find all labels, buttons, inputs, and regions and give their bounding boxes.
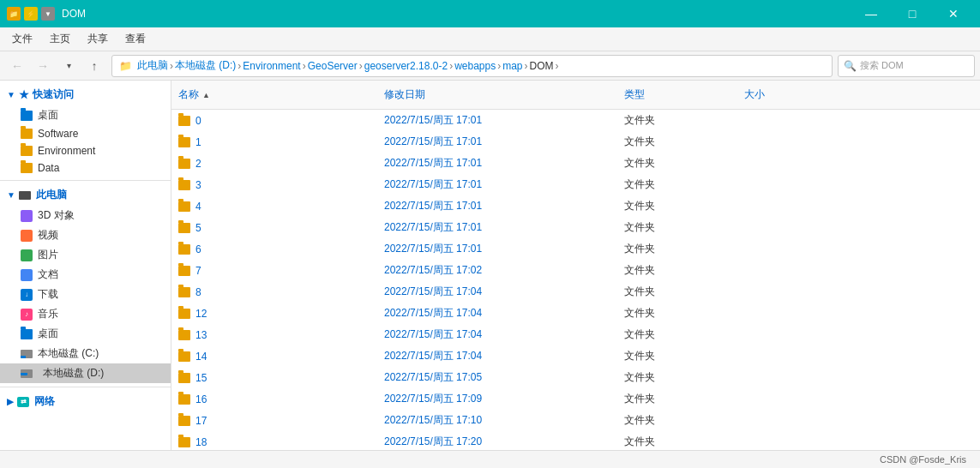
file-type-cell: 文件夹	[617, 133, 737, 151]
folder-icon	[178, 180, 190, 190]
table-row[interactable]: 152022/7/15/周五 17:05文件夹	[171, 367, 980, 388]
breadcrumb-pc[interactable]: 此电脑	[137, 58, 168, 73]
breadcrumb-dom: DOM	[530, 60, 554, 72]
column-headers: 名称 ▲ 修改日期 类型 大小	[171, 81, 980, 110]
breadcrumb-geo2[interactable]: geoserver2.18.0-2	[364, 60, 448, 72]
table-row[interactable]: 172022/7/15/周五 17:10文件夹	[171, 410, 980, 431]
file-name-cell: 1	[171, 133, 377, 151]
nav-bar: ← → ▾ ↑ 📁 此电脑 › 本地磁盘 (D:) › Environment …	[0, 51, 980, 81]
desktop2-icon	[21, 329, 33, 339]
sidebar-item-video[interactable]: 视频	[0, 225, 171, 245]
download-icon: ↓	[21, 289, 33, 301]
table-row[interactable]: 12022/7/15/周五 17:01文件夹	[171, 131, 980, 153]
file-date-cell: 2022/7/15/周五 17:01	[377, 111, 617, 129]
back-button[interactable]: ←	[5, 54, 29, 78]
file-name-text: 17	[195, 415, 207, 427]
sidebar-quick-access-header[interactable]: ▼ ★ 快速访问	[0, 84, 171, 105]
minimize-button[interactable]: —	[851, 0, 891, 27]
sidebar-item-desktop[interactable]: 桌面 📌	[0, 105, 171, 125]
doc-icon	[21, 269, 33, 281]
menu-bar: 文件 主页 共享 查看	[0, 27, 980, 51]
file-date-cell: 2022/7/15/周五 17:01	[377, 219, 617, 237]
menu-share[interactable]: 共享	[79, 28, 117, 50]
table-row[interactable]: 62022/7/15/周五 17:01文件夹	[171, 238, 980, 260]
sidebar-item-doc[interactable]: 文档	[0, 265, 171, 285]
sidebar-d-label: 本地磁盘 (D:)	[43, 366, 104, 381]
folder-icon	[178, 437, 190, 447]
menu-file[interactable]: 文件	[3, 28, 41, 50]
sidebar-item-software[interactable]: Software 📌	[0, 125, 171, 142]
hdd-c-icon	[21, 350, 33, 358]
col-name[interactable]: 名称 ▲	[171, 84, 377, 105]
address-bar[interactable]: 📁 此电脑 › 本地磁盘 (D:) › Environment › GeoSer…	[111, 55, 833, 77]
sidebar-video-label: 视频	[38, 228, 58, 243]
folder-icon	[178, 416, 190, 426]
software-icon	[21, 129, 33, 139]
3d-icon	[21, 210, 33, 222]
table-row[interactable]: 162022/7/15/周五 17:09文件夹	[171, 388, 980, 410]
col-type[interactable]: 类型	[617, 84, 737, 105]
breadcrumb-env[interactable]: Environment	[243, 60, 300, 72]
file-date-cell: 2022/7/15/周五 17:04	[377, 304, 617, 322]
table-row[interactable]: 122022/7/15/周五 17:04文件夹	[171, 303, 980, 324]
folder-icon	[178, 223, 190, 233]
credit-text: CSDN @Fosde_Kris	[880, 454, 966, 465]
file-type-cell: 文件夹	[617, 304, 737, 322]
col-date[interactable]: 修改日期	[377, 84, 617, 105]
pc-icon	[19, 191, 31, 200]
menu-view[interactable]: 查看	[117, 28, 154, 50]
sidebar-divider-1	[0, 180, 171, 181]
sidebar-item-music[interactable]: ♪ 音乐	[0, 304, 171, 324]
forward-button[interactable]: →	[31, 54, 55, 78]
table-row[interactable]: 82022/7/15/周五 17:04文件夹	[171, 281, 980, 303]
table-row[interactable]: 72022/7/15/周五 17:02文件夹	[171, 260, 980, 281]
up-button[interactable]: ↑	[82, 54, 106, 78]
sidebar-network-header[interactable]: ▶ ⇄ 网络	[0, 391, 171, 412]
sidebar-item-desktop2[interactable]: 桌面	[0, 324, 171, 344]
sidebar-item-pic[interactable]: 图片	[0, 245, 171, 265]
sidebar-data-label: Data	[38, 162, 59, 174]
file-name-cell: 7	[171, 261, 377, 279]
breadcrumb-map[interactable]: map	[502, 60, 522, 72]
content-area: 名称 ▲ 修改日期 类型 大小 02022/7/15/周五 17:01文件夹12…	[171, 81, 980, 468]
close-button[interactable]: ✕	[934, 0, 973, 27]
maximize-button[interactable]: □	[893, 0, 932, 27]
table-row[interactable]: 02022/7/15/周五 17:01文件夹	[171, 110, 980, 131]
file-name-cell: 6	[171, 240, 377, 258]
recent-button[interactable]: ▾	[57, 54, 81, 78]
hdd-d-icon	[21, 369, 33, 378]
table-row[interactable]: 22022/7/15/周五 17:01文件夹	[171, 153, 980, 174]
table-row[interactable]: 42022/7/15/周五 17:01文件夹	[171, 195, 980, 217]
sidebar-pc-header[interactable]: ▼ 此电脑	[0, 184, 171, 206]
table-row[interactable]: 142022/7/15/周五 17:04文件夹	[171, 345, 980, 367]
sidebar-item-download[interactable]: ↓ 下载	[0, 285, 171, 304]
title-icon-1: 📁	[7, 7, 21, 21]
breadcrumb-geo[interactable]: GeoServer	[308, 60, 358, 72]
search-bar[interactable]: 🔍 搜索 DOM	[838, 55, 975, 77]
sidebar-desktop2-label: 桌面	[38, 327, 58, 341]
breadcrumb-web[interactable]: webapps	[454, 60, 496, 72]
sidebar-item-d[interactable]: 本地磁盘 (D:)	[0, 363, 171, 383]
music-icon: ♪	[21, 309, 33, 321]
menu-home[interactable]: 主页	[41, 28, 79, 50]
table-row[interactable]: 132022/7/15/周五 17:04文件夹	[171, 324, 980, 345]
sidebar-item-c[interactable]: 本地磁盘 (C:)	[0, 344, 171, 363]
title-icon-3: ▼	[41, 7, 55, 21]
file-type-cell: 文件夹	[617, 219, 737, 237]
sidebar-network-label: 网络	[34, 394, 55, 409]
file-type-cell: 文件夹	[617, 433, 737, 451]
file-size-cell	[737, 283, 806, 301]
folder-icon	[178, 330, 190, 340]
table-row[interactable]: 32022/7/15/周五 17:01文件夹	[171, 174, 980, 195]
sidebar-item-3d[interactable]: 3D 对象	[0, 206, 171, 225]
breadcrumb-d[interactable]: 本地磁盘 (D:)	[175, 58, 236, 73]
file-name-text: 12	[195, 308, 207, 320]
file-name-text: 5	[195, 222, 201, 234]
col-size[interactable]: 大小	[737, 84, 806, 105]
sidebar-item-data[interactable]: Data 📌	[0, 159, 171, 177]
file-size-cell	[737, 261, 806, 279]
folder-icon	[178, 351, 190, 362]
table-row[interactable]: 52022/7/15/周五 17:01文件夹	[171, 217, 980, 238]
file-type-cell: 文件夹	[617, 369, 737, 387]
sidebar-item-environment[interactable]: Environment 📌	[0, 142, 171, 159]
